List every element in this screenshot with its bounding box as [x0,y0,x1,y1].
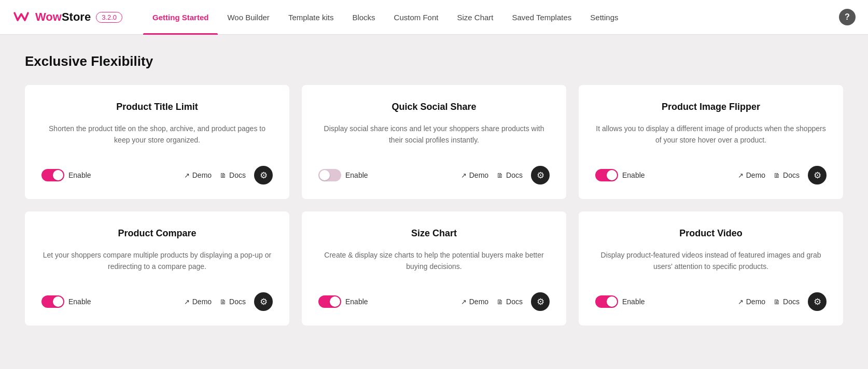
nav-item-custom-font[interactable]: Custom Font [385,0,448,35]
card-actions: ↗ Demo 🗎 Docs ⚙ [738,166,827,184]
toggle-product-title-limit[interactable] [41,169,64,181]
gear-icon: ⚙ [260,170,268,181]
docs-link-product-image-flipper[interactable]: 🗎 Docs [774,171,800,179]
docs-link-product-compare[interactable]: 🗎 Docs [220,297,246,306]
toggle-size-chart[interactable] [318,295,341,308]
card-actions: ↗ Demo 🗎 Docs ⚙ [461,166,550,184]
toggle-wrap: Enable [595,295,645,308]
external-link-icon: ↗ [738,298,744,306]
card-desc: Let your shoppers compare multiple produ… [41,249,273,278]
settings-button-product-image-flipper[interactable]: ⚙ [808,166,827,184]
nav-item-template-kits[interactable]: Template kits [279,0,343,35]
main-content: Exclusive Flexibility Product Title Limi… [0,35,868,350]
card-desc: Display product-featured videos instead … [595,249,827,278]
card-actions: ↗ Demo 🗎 Docs ⚙ [738,292,827,311]
demo-label: Demo [192,297,212,306]
nav-item-getting-started[interactable]: Getting Started [143,0,218,35]
header: WowStore 3.2.0 Getting StartedWoo Builde… [0,0,868,35]
cards-grid: Product Title Limit Shorten the product … [25,85,843,325]
card-footer: Enable ↗ Demo 🗎 Docs ⚙ [41,292,273,311]
settings-button-quick-social-share[interactable]: ⚙ [531,166,550,184]
enable-label: Enable [622,297,645,306]
enable-label: Enable [345,171,368,179]
toggle-product-compare[interactable] [41,295,64,308]
docs-icon: 🗎 [774,298,780,306]
header-right: ? [839,9,856,25]
toggle-knob [330,296,340,307]
external-link-icon: ↗ [184,172,190,179]
card-actions: ↗ Demo 🗎 Docs ⚙ [184,292,273,311]
demo-link-product-compare[interactable]: ↗ Demo [184,297,212,306]
docs-link-product-video[interactable]: 🗎 Docs [774,297,800,306]
toggle-quick-social-share[interactable] [318,169,341,181]
section-title: Exclusive Flexibility [25,53,843,69]
docs-label: Docs [229,171,246,179]
nav-item-size-chart[interactable]: Size Chart [447,0,502,35]
docs-label: Docs [783,171,800,179]
gear-icon: ⚙ [814,170,821,181]
card-footer: Enable ↗ Demo 🗎 Docs ⚙ [318,166,550,184]
help-button[interactable]: ? [839,9,856,25]
toggle-knob [607,170,617,180]
toggle-knob [319,170,330,180]
demo-label: Demo [192,171,212,179]
card-footer: Enable ↗ Demo 🗎 Docs ⚙ [41,166,273,184]
docs-icon: 🗎 [497,172,503,179]
toggle-product-image-flipper[interactable] [595,169,618,181]
logo: WowStore 3.2.0 [12,10,122,24]
card-title: Quick Social Share [318,102,550,112]
external-link-icon: ↗ [738,172,744,179]
docs-link-size-chart[interactable]: 🗎 Docs [497,297,523,306]
gear-icon: ⚙ [537,170,544,181]
settings-button-product-compare[interactable]: ⚙ [254,292,273,311]
demo-link-product-video[interactable]: ↗ Demo [738,297,765,306]
nav-item-settings[interactable]: Settings [581,0,627,35]
nav-item-blocks[interactable]: Blocks [343,0,384,35]
settings-button-product-title-limit[interactable]: ⚙ [254,166,273,184]
card-title: Size Chart [318,228,550,239]
card-product-title-limit: Product Title Limit Shorten the product … [25,85,289,199]
settings-button-product-video[interactable]: ⚙ [808,292,827,311]
toggle-product-video[interactable] [595,295,618,308]
card-desc: Display social share icons and let your … [318,123,550,151]
logo-icon [12,10,30,24]
nav-item-woo-builder[interactable]: Woo Builder [218,0,278,35]
external-link-icon: ↗ [184,298,190,306]
docs-link-quick-social-share[interactable]: 🗎 Docs [497,171,523,179]
demo-link-quick-social-share[interactable]: ↗ Demo [461,171,488,179]
demo-link-product-title-limit[interactable]: ↗ Demo [184,171,212,179]
docs-link-product-title-limit[interactable]: 🗎 Docs [220,171,246,179]
docs-label: Docs [783,297,800,306]
logo-wow: Wow [35,10,62,23]
gear-icon: ⚙ [537,296,544,307]
docs-label: Docs [506,171,523,179]
docs-icon: 🗎 [497,298,503,306]
nav-item-saved-templates[interactable]: Saved Templates [503,0,581,35]
card-product-video: Product Video Display product-featured v… [579,211,843,325]
card-product-image-flipper: Product Image Flipper It allows you to d… [579,85,843,199]
logo-store: Store [62,10,91,23]
external-link-icon: ↗ [461,172,467,179]
card-quick-social-share: Quick Social Share Display social share … [302,85,566,199]
settings-button-size-chart[interactable]: ⚙ [531,292,550,311]
card-footer: Enable ↗ Demo 🗎 Docs ⚙ [318,292,550,311]
card-footer: Enable ↗ Demo 🗎 Docs ⚙ [595,166,827,184]
card-title: Product Title Limit [41,102,273,112]
docs-label: Docs [229,297,246,306]
gear-icon: ⚙ [260,296,268,307]
toggle-knob [53,170,63,180]
demo-label: Demo [469,297,488,306]
card-product-compare: Product Compare Let your shoppers compar… [25,211,289,325]
demo-link-product-image-flipper[interactable]: ↗ Demo [738,171,765,179]
demo-link-size-chart[interactable]: ↗ Demo [461,297,488,306]
enable-label: Enable [68,171,91,179]
toggle-wrap: Enable [41,295,91,308]
docs-icon: 🗎 [220,298,227,306]
toggle-wrap: Enable [41,169,91,181]
toggle-wrap: Enable [318,169,368,181]
enable-label: Enable [68,297,91,306]
card-title: Product Image Flipper [595,102,827,112]
version-badge: 3.2.0 [96,12,122,23]
card-footer: Enable ↗ Demo 🗎 Docs ⚙ [595,292,827,311]
demo-label: Demo [469,171,488,179]
